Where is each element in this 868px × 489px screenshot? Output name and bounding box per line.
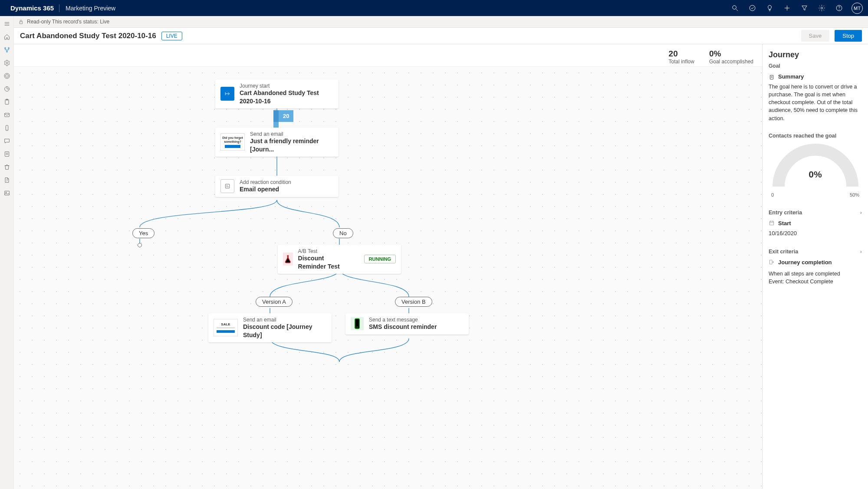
arrow-right-icon	[220, 87, 234, 101]
gear-nav-icon[interactable]	[0, 57, 13, 69]
goal-label: Goal	[769, 63, 862, 69]
image-icon[interactable]	[0, 187, 13, 199]
svg-point-11	[4, 48, 6, 49]
branch-yes-terminal	[138, 243, 142, 247]
app-context: Marketing Preview	[59, 5, 122, 12]
clipboard-icon[interactable]	[0, 96, 13, 108]
journey-canvas[interactable]: Journey start Cart Abandoned Study Test …	[14, 67, 762, 489]
branch-version-a[interactable]: Version A	[256, 297, 293, 307]
gear-icon[interactable]	[814, 1, 829, 16]
svg-rect-37	[225, 184, 229, 188]
page-title: Cart Abandoned Study Test 2020-10-16	[20, 32, 156, 40]
task-icon[interactable]	[745, 1, 760, 16]
gauge-min: 0	[771, 192, 774, 197]
metrics-strip: 20 Total inflow 0% Goal accomplished	[14, 44, 762, 67]
metric-inflow: 20 Total inflow	[669, 49, 694, 65]
branch-yes[interactable]: Yes	[132, 228, 155, 238]
filter-icon[interactable]	[797, 1, 812, 16]
svg-point-27	[6, 192, 7, 193]
exit-text-1: When all steps are completed	[769, 267, 862, 278]
flow-count-badge: 20	[279, 110, 293, 122]
entry-criteria-section[interactable]: Entry criteria › Start 10/16/2020	[769, 210, 862, 236]
node-email-version-a[interactable]: SALE Send an email Discount code [Journe…	[208, 313, 332, 342]
email-thumbnail-sale: SALE	[214, 319, 238, 336]
help-icon[interactable]	[832, 1, 846, 16]
svg-rect-26	[4, 191, 9, 195]
condition-icon	[220, 179, 234, 193]
save-button: Save	[801, 30, 830, 42]
avatar[interactable]: MT	[852, 3, 863, 14]
chevron-right-icon: ›	[860, 249, 862, 255]
svg-rect-28	[20, 21, 23, 23]
summary-text: The goal here is to convert or drive a p…	[769, 83, 862, 122]
svg-point-16	[4, 73, 10, 79]
exit-icon	[769, 259, 775, 265]
svg-point-14	[6, 62, 8, 64]
metric-goal: 0% Goal accomplished	[709, 49, 753, 65]
journeys-icon[interactable]	[0, 44, 13, 56]
top-actions: MT	[727, 1, 863, 16]
left-nav	[0, 16, 14, 489]
branch-version-b[interactable]: Version B	[395, 297, 432, 307]
email-thumbnail: Did you forget something?	[220, 133, 245, 151]
form-icon[interactable]	[0, 148, 13, 160]
delete-icon[interactable]	[0, 161, 13, 173]
summary-heading: Summary	[778, 73, 804, 80]
gauge-label: Contacts reached the goal	[769, 133, 862, 139]
search-icon[interactable]	[727, 1, 742, 16]
export-icon[interactable]	[0, 174, 13, 186]
brand: Dynamics 365	[5, 4, 59, 12]
entry-date: 10/16/2020	[769, 228, 862, 236]
command-bar: Cart Abandoned Study Test 2020-10-16 LIV…	[14, 28, 868, 44]
node-sms-version-b[interactable]: Send a text message SMS discount reminde…	[345, 313, 469, 335]
svg-point-2	[750, 5, 755, 11]
stop-button[interactable]: Stop	[835, 30, 862, 42]
exit-text-2: Event: Checkout Complete	[769, 278, 862, 286]
lock-icon	[18, 19, 24, 25]
svg-line-1	[736, 9, 737, 11]
node-condition[interactable]: Add reaction condition Email opened	[215, 176, 339, 197]
svg-point-5	[821, 7, 822, 9]
hamburger-icon[interactable]	[0, 18, 13, 30]
top-bar: Dynamics 365 Marketing Preview MT	[0, 0, 868, 16]
panel-title: Journey	[769, 50, 862, 59]
svg-point-0	[732, 6, 736, 9]
node-send-email-1[interactable]: Did you forget something? Send an email …	[215, 128, 339, 157]
gauge-value: 0%	[772, 169, 859, 180]
mail-icon[interactable]	[0, 109, 13, 121]
pie-icon[interactable]	[0, 83, 13, 95]
svg-rect-20	[4, 113, 9, 117]
ab-status-badge: RUNNING	[364, 255, 396, 263]
mobile-icon	[351, 317, 364, 330]
exit-criteria-section[interactable]: Exit criteria › Journey completion When …	[769, 249, 862, 286]
chevron-right-icon: ›	[860, 210, 862, 216]
summary-icon	[769, 74, 775, 80]
svg-point-13	[6, 51, 7, 53]
node-journey-start[interactable]: Journey start Cart Abandoned Study Test …	[215, 79, 339, 108]
calendar-icon	[769, 220, 775, 226]
svg-rect-40	[770, 75, 773, 79]
svg-rect-43	[769, 221, 773, 225]
gauge-chart: 0%	[772, 143, 859, 192]
phone-icon[interactable]	[0, 122, 13, 134]
readonly-banner: Read-only This record's status: Live	[14, 16, 868, 28]
chat-icon[interactable]	[0, 135, 13, 147]
add-icon[interactable]	[779, 1, 794, 16]
branch-no[interactable]: No	[333, 228, 353, 238]
svg-rect-23	[5, 152, 9, 157]
svg-point-7	[839, 10, 839, 10]
node-ab-test[interactable]: A/B Test Discount Reminder Test RUNNING	[278, 245, 401, 274]
gauge-max: 50%	[850, 192, 859, 197]
readonly-text: Read-only This record's status: Live	[27, 19, 109, 25]
right-panel: Journey Goal Summary The goal here is to…	[762, 44, 868, 489]
flask-icon	[283, 253, 293, 266]
status-badge: LIVE	[161, 32, 182, 40]
svg-point-12	[8, 48, 9, 49]
svg-point-15	[5, 75, 8, 78]
home-icon[interactable]	[0, 31, 13, 43]
globe-icon[interactable]	[0, 70, 13, 82]
bulb-icon[interactable]	[762, 1, 777, 16]
svg-rect-47	[769, 260, 772, 264]
